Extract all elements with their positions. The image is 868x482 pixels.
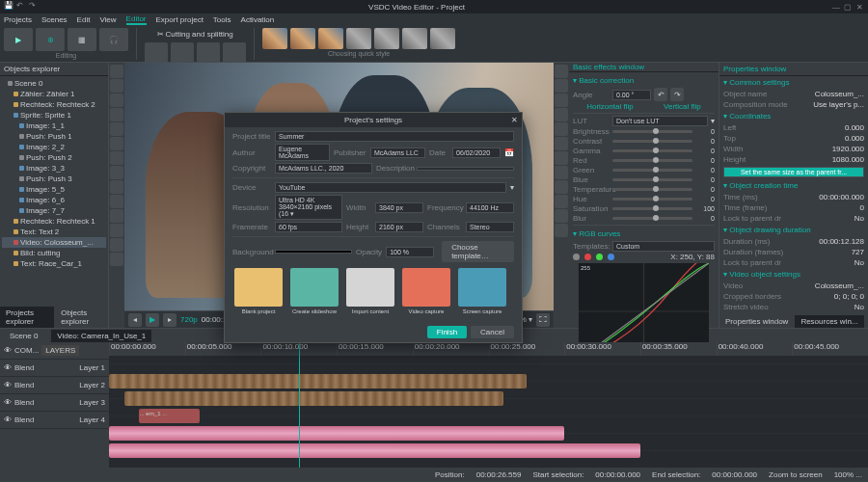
tree-node[interactable]: Image: 2_2 xyxy=(2,142,106,152)
track-layer-1[interactable]: Layer 1 xyxy=(79,363,105,372)
common-settings-header[interactable]: ▾ Common settings xyxy=(719,76,868,89)
tile-video-capture[interactable]: Video capture xyxy=(400,268,452,320)
tree-node[interactable]: Sprite: Sprite 1 xyxy=(2,110,106,120)
brightness-slider[interactable] xyxy=(612,130,692,133)
tree-node[interactable]: Rechteck: Rechteck 1 xyxy=(2,216,106,227)
choose-template-button[interactable]: Choose template… xyxy=(442,241,514,262)
tool-3[interactable] xyxy=(110,94,123,107)
tile-blank-project[interactable]: Blank project xyxy=(232,268,285,320)
preview-res[interactable]: 720p xyxy=(180,315,198,324)
green-slider[interactable] xyxy=(612,169,692,172)
tile-import-content[interactable]: Import content xyxy=(344,268,396,320)
channels-select[interactable]: Stereo xyxy=(466,222,514,232)
close-icon[interactable]: ✕ xyxy=(854,3,864,12)
tool-11[interactable] xyxy=(110,209,123,223)
status-zoom-label[interactable]: Zoom to screen xyxy=(769,470,823,479)
description-input[interactable] xyxy=(417,167,514,171)
rtool-9[interactable] xyxy=(555,180,568,194)
opacity-input[interactable]: 100 % xyxy=(386,247,434,257)
hflip-toggle[interactable]: Horizontal flip xyxy=(586,102,633,111)
tree-node[interactable]: Text: Text 2 xyxy=(2,227,106,237)
video-effects-button[interactable]: ▦ xyxy=(68,28,96,51)
menu-view[interactable]: View xyxy=(99,15,116,24)
track-blend-4[interactable]: Blend xyxy=(14,415,34,424)
gamma-slider[interactable] xyxy=(612,149,692,152)
object-duration-header[interactable]: ▾ Object drawing duration xyxy=(719,224,868,236)
track-area[interactable]: 00:00:00.00000:00:05.00000:00:10.00000:0… xyxy=(109,342,868,468)
height-input[interactable]: 2160 px xyxy=(375,222,423,232)
lut-select[interactable]: Don't use LUT xyxy=(612,116,708,126)
rgb-curves-header[interactable]: ▾ RGB curves xyxy=(573,228,715,240)
layers-tab[interactable]: LAYERS xyxy=(41,345,79,356)
finish-button[interactable]: Finish xyxy=(427,326,467,338)
rtool-6[interactable] xyxy=(555,137,568,150)
tool-10[interactable] xyxy=(110,195,123,208)
objects-tree[interactable]: Scene 0Zähler: Zähler 1Rechteck: Rechtec… xyxy=(0,76,108,271)
video-clip-1[interactable] xyxy=(109,374,527,388)
tree-node[interactable]: Push: Push 1 xyxy=(2,131,106,142)
track-layer-2[interactable]: Layer 2 xyxy=(79,381,105,389)
rtool-1[interactable] xyxy=(555,65,568,78)
style-grayscale-3[interactable] xyxy=(402,28,427,49)
saturation-slider[interactable] xyxy=(612,207,692,210)
redo-icon[interactable]: ↷ xyxy=(29,1,39,11)
tool-8[interactable] xyxy=(110,166,123,179)
style-auto-levels[interactable] xyxy=(290,28,315,49)
menu-tools[interactable]: Tools xyxy=(213,15,231,24)
curve-blue-dot[interactable] xyxy=(608,254,614,260)
chevron-down-icon[interactable]: ▾ xyxy=(711,117,715,125)
prev-frame-button[interactable]: ◂ xyxy=(128,313,142,327)
style-remove-all[interactable] xyxy=(262,28,287,49)
coordinates-header[interactable]: ▾ Coordinates xyxy=(719,110,868,122)
eye-icon[interactable]: 👁 xyxy=(4,346,12,355)
curve-red-dot[interactable] xyxy=(584,254,591,260)
style-grayscale-2[interactable] xyxy=(374,28,399,49)
tree-node[interactable]: Bild: cutting xyxy=(2,248,106,258)
tool-6[interactable] xyxy=(110,137,123,150)
rtool-12[interactable] xyxy=(555,224,568,237)
vflip-toggle[interactable]: Vertical flip xyxy=(664,102,701,111)
rtool-11[interactable] xyxy=(555,209,568,223)
style-auto-contrast[interactable] xyxy=(318,28,343,49)
rotate-left-icon[interactable]: ↶ xyxy=(654,88,667,101)
rtool-5[interactable] xyxy=(555,122,568,136)
tree-node[interactable]: Text: Race_Car_1 xyxy=(2,258,106,269)
tool-5[interactable] xyxy=(110,122,123,136)
tab-projects-explorer[interactable]: Projects explorer xyxy=(0,307,54,328)
device-select[interactable]: YouTube xyxy=(275,182,506,193)
tab-properties[interactable]: Properties window xyxy=(719,315,794,328)
resolution-select[interactable]: Ultra HD 4K 3840×2160 pixels (16 ▾ xyxy=(275,195,342,220)
angle-input[interactable]: 0.00 ° xyxy=(612,90,651,100)
object-time-header[interactable]: ▾ Object creation time xyxy=(719,179,868,192)
width-input[interactable]: 3840 px xyxy=(375,202,423,213)
menu-export[interactable]: Export project xyxy=(156,15,203,24)
tree-node[interactable]: Push: Push 2 xyxy=(2,152,106,163)
timeline-clip-tab[interactable]: Video: Camera_In_Use_1 xyxy=(51,330,151,342)
rtool-10[interactable] xyxy=(555,195,568,208)
add-object-button[interactable]: ⊕ xyxy=(36,28,65,51)
blue-slider[interactable] xyxy=(612,178,692,181)
object-name-value[interactable]: Colosseum_... xyxy=(815,90,864,98)
tree-node[interactable]: Image: 3_3 xyxy=(2,163,106,174)
blur-slider[interactable] xyxy=(612,217,692,220)
video-object-header[interactable]: ▾ Video object settings xyxy=(719,268,868,281)
tree-node[interactable]: Scene 0 xyxy=(2,78,106,89)
menu-activation[interactable]: Activation xyxy=(241,15,275,24)
tool-7[interactable] xyxy=(110,151,123,165)
templates-select[interactable]: Custom xyxy=(612,241,715,252)
audio-clip-1[interactable] xyxy=(109,426,564,441)
audio-effects-button[interactable]: 🎧 xyxy=(99,28,128,51)
video-clip-2[interactable] xyxy=(124,391,504,406)
tree-node[interactable]: Image: 5_5 xyxy=(2,184,106,195)
calendar-icon[interactable]: 📅 xyxy=(504,148,514,157)
tool-1[interactable] xyxy=(110,65,123,78)
red-slider[interactable] xyxy=(612,159,692,162)
publisher-input[interactable]: McAdams LLC xyxy=(370,147,425,158)
maximize-icon[interactable]: ▢ xyxy=(843,3,853,12)
menu-edit[interactable]: Edit xyxy=(77,15,91,24)
cutting-splitting-label[interactable]: Cutting and splitting xyxy=(166,30,233,39)
contrast-slider[interactable] xyxy=(612,140,692,143)
cancel-button[interactable]: Cancel xyxy=(471,326,514,338)
tree-node[interactable]: Image: 1_1 xyxy=(2,120,106,131)
rtool-7[interactable] xyxy=(555,151,568,165)
